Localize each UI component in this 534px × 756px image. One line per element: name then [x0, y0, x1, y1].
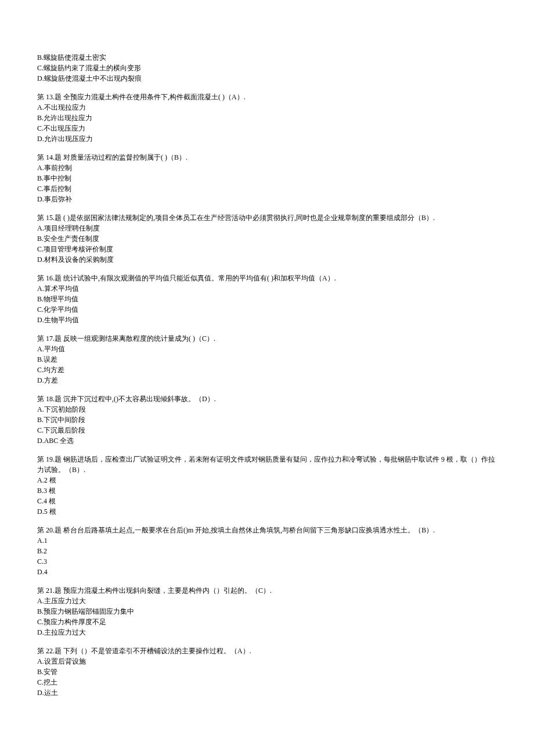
- question-19: 第 19.题 钢筋进场后，应检查出厂试验证明文件，若未附有证明文件或对钢筋质量有…: [37, 454, 497, 517]
- option-d: D.ABC 全选: [37, 435, 497, 446]
- option-d: D.生物平均值: [37, 315, 497, 325]
- option-b: B.安管: [37, 667, 497, 677]
- option-c: C.均方差: [37, 365, 497, 375]
- option-d: D.主拉应力过大: [37, 627, 497, 638]
- option-c: C.预应力构件厚度不足: [37, 617, 497, 627]
- question-stem: 第 18.题 沉井下沉过程中,()不太容易出现倾斜事故。（D）.: [37, 394, 497, 404]
- question-14: 第 14.题 对质量活动过程的监督控制属于( )（B）. A.事前控制 B.事中…: [37, 152, 497, 204]
- question-stem: 第 16.题 统计试验中,有限次观测值的平均值只能近似真值。常用的平均值有( )…: [37, 273, 497, 283]
- option-d: D.4: [37, 567, 497, 577]
- question-stem: 第 20.题 桥台台后路基填土起点,一般要求在台后()m 开始,按填土自然休止角…: [37, 525, 497, 535]
- option-a: A.不出现拉应力: [37, 102, 497, 113]
- option-c: C.不出现压应力: [37, 123, 497, 134]
- option-c: C.化学平均值: [37, 304, 497, 315]
- option-text: D.螺旋筋使混凝土中不出现内裂痕: [37, 73, 497, 84]
- option-text: B.螺旋筋使混凝土密实: [37, 52, 497, 63]
- option-a: A.1: [37, 535, 497, 546]
- option-c: C.项目管理考核评价制度: [37, 244, 497, 254]
- option-c: C.下沉最后阶段: [37, 425, 497, 435]
- option-c: C.4 根: [37, 496, 497, 506]
- option-text: C.螺旋筋约束了混凝土的横向变形: [37, 63, 497, 73]
- option-d: D.事后弥补: [37, 194, 497, 204]
- option-d: D.方差: [37, 375, 497, 386]
- option-b: B.安全生产责任制度: [37, 233, 497, 244]
- question-20: 第 20.题 桥台台后路基填土起点,一般要求在台后()m 开始,按填土自然休止角…: [37, 525, 497, 577]
- question-15: 第 15.题 ( )是依据国家法律法规制定的,项目全体员工在生产经营活动中必须贯…: [37, 213, 497, 265]
- option-a: A.2 根: [37, 475, 497, 485]
- option-c: C.3: [37, 556, 497, 567]
- option-c: C.事后控制: [37, 183, 497, 194]
- question-stem: 第 21.题 预应力混凝土构件出现斜向裂缝，主要是构件内（）引起的。（C）.: [37, 585, 497, 596]
- option-a: A.下沉初始阶段: [37, 404, 497, 415]
- question-21: 第 21.题 预应力混凝土构件出现斜向裂缝，主要是构件内（）引起的。（C）. A…: [37, 585, 497, 638]
- orphan-options-block: B.螺旋筋使混凝土密实 C.螺旋筋约束了混凝土的横向变形 D.螺旋筋使混凝土中不…: [37, 52, 497, 84]
- option-b: B.物理平均值: [37, 294, 497, 304]
- option-b: B.允许出现拉应力: [37, 113, 497, 123]
- option-d: D.允许出现压应力: [37, 134, 497, 144]
- option-b: B.下沉中间阶段: [37, 415, 497, 425]
- option-d: D.5 根: [37, 506, 497, 517]
- question-13: 第 13.题 全预应力混凝土构件在使用条件下,构件截面混凝土( )（A）. A.…: [37, 92, 497, 144]
- option-a: A.平均值: [37, 344, 497, 354]
- question-stem: 第 22.题 下列（）不是管道牵引不开槽铺设法的主要操作过程。（A）.: [37, 646, 497, 656]
- question-stem: 第 13.题 全预应力混凝土构件在使用条件下,构件截面混凝土( )（A）.: [37, 92, 497, 102]
- option-a: A.设置后背设施: [37, 656, 497, 667]
- question-stem: 第 14.题 对质量活动过程的监督控制属于( )（B）.: [37, 152, 497, 163]
- option-b: B.3 根: [37, 485, 497, 496]
- option-b: B.误差: [37, 354, 497, 365]
- option-a: A.项目经理聘任制度: [37, 223, 497, 233]
- option-b: B.事中控制: [37, 173, 497, 183]
- question-17: 第 17.题 反映一组观测结果离散程度的统计量成为( )（C）. A.平均值 B…: [37, 333, 497, 386]
- option-b: B.2: [37, 546, 497, 556]
- question-16: 第 16.题 统计试验中,有限次观测值的平均值只能近似真值。常用的平均值有( )…: [37, 273, 497, 325]
- option-a: A.主压应力过大: [37, 596, 497, 606]
- question-stem: 第 19.题 钢筋进场后，应检查出厂试验证明文件，若未附有证明文件或对钢筋质量有…: [37, 454, 497, 475]
- question-stem: 第 17.题 反映一组观测结果离散程度的统计量成为( )（C）.: [37, 333, 497, 344]
- option-c: C.挖土: [37, 677, 497, 687]
- question-22: 第 22.题 下列（）不是管道牵引不开槽铺设法的主要操作过程。（A）. A.设置…: [37, 646, 497, 698]
- question-18: 第 18.题 沉井下沉过程中,()不太容易出现倾斜事故。（D）. A.下沉初始阶…: [37, 394, 497, 446]
- option-a: A.算术平均值: [37, 283, 497, 294]
- option-b: B.预应力钢筋端部锚固应力集中: [37, 606, 497, 617]
- option-a: A.事前控制: [37, 163, 497, 173]
- option-d: D.运土: [37, 687, 497, 698]
- option-d: D.材料及设备的采购制度: [37, 254, 497, 265]
- question-stem: 第 15.题 ( )是依据国家法律法规制定的,项目全体员工在生产经营活动中必须贯…: [37, 213, 497, 223]
